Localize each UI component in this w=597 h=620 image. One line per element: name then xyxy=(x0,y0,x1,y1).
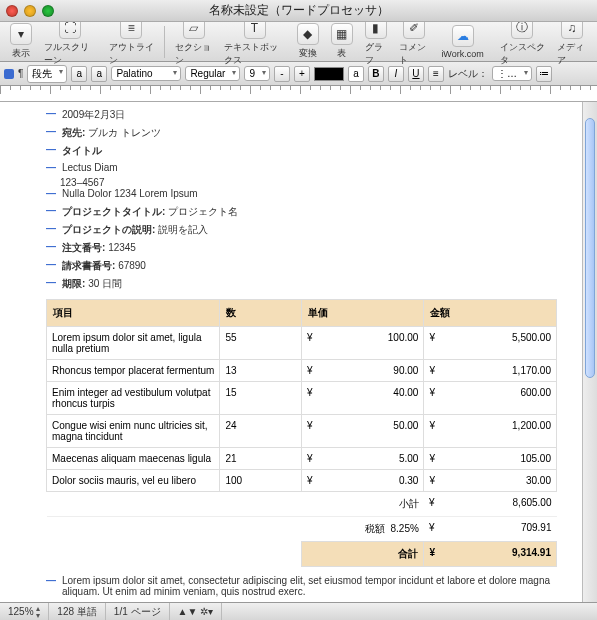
weight-select[interactable]: Regular xyxy=(185,66,240,81)
charts-button[interactable]: ▮グラフ xyxy=(361,17,392,67)
hdr-qty: 数 xyxy=(220,300,302,327)
text-color[interactable] xyxy=(314,67,344,81)
size-select[interactable]: 9 xyxy=(244,66,270,81)
sections-button[interactable]: ▱セクション xyxy=(171,17,217,67)
spacing-select[interactable]: ⋮… xyxy=(492,66,532,81)
a-big[interactable]: a xyxy=(91,66,107,82)
table-row[interactable]: Rhoncus tempor placerat fermentum13¥90.0… xyxy=(47,360,557,382)
font-select[interactable]: Palatino xyxy=(111,66,181,81)
comment-button[interactable]: ✐コメント xyxy=(395,17,433,67)
view-button[interactable]: ▾表示 xyxy=(6,23,36,60)
list-button[interactable]: ≔ xyxy=(536,66,552,82)
status-bar: 125% ▴▾ 128 単語 1/1 ページ ▲▼ ✲▾ xyxy=(0,602,597,620)
invoice-table[interactable]: 項目 数 単価 金額 Lorem ipsum dolor sit amet, l… xyxy=(46,299,557,567)
date: 2009年2月3日 xyxy=(62,108,125,122)
table-row[interactable]: Dolor sociis mauris, vel eu libero100¥0.… xyxy=(47,470,557,492)
shapes-icon: ◆ xyxy=(297,23,319,45)
scroll-thumb[interactable] xyxy=(585,118,595,378)
doc-title: タイトル xyxy=(62,144,102,158)
toolbar: ▾表示 ⛶フルスクリーン ≡アウトライン ▱セクション Tテキストボックス ◆変… xyxy=(0,22,597,62)
hdr-amount: 金額 xyxy=(424,300,557,327)
recipient: ブルカ トレンツ xyxy=(88,127,161,138)
addr-line: Lectus Diam xyxy=(62,162,118,173)
outline-button[interactable]: ≡アウトライン xyxy=(105,17,158,67)
view-icon: ▾ xyxy=(10,23,32,45)
table-icon: ▦ xyxy=(331,23,353,45)
paragraph-icon[interactable] xyxy=(4,69,14,79)
addr-line: 123–4567 xyxy=(60,177,557,188)
shapes-button[interactable]: ◆変換 xyxy=(293,23,323,60)
hdr-price: 単価 xyxy=(301,300,423,327)
media-button[interactable]: ♫メディア xyxy=(553,17,591,67)
footer-note: Lorem ipsum dolor sit amet, consectetur … xyxy=(62,575,557,597)
ruler[interactable] xyxy=(0,86,597,102)
a-small[interactable]: a xyxy=(71,66,87,82)
hdr-item: 項目 xyxy=(47,300,220,327)
align-left[interactable]: ≡ xyxy=(428,66,444,82)
highlight[interactable]: a xyxy=(348,66,364,82)
underline-button[interactable]: U xyxy=(408,66,424,82)
page-nav[interactable]: ▲▼ ✲▾ xyxy=(170,603,223,620)
table-row[interactable]: Enim integer ad vestibulum volutpat rhon… xyxy=(47,382,557,415)
textbox-button[interactable]: Tテキストボックス xyxy=(220,17,288,67)
page-count: 1/1 ページ xyxy=(106,603,170,620)
fullscreen-button[interactable]: ⛶フルスクリーン xyxy=(40,17,101,67)
addr-line: Nulla Dolor 1234 Lorem Ipsum xyxy=(62,188,198,199)
table-row[interactable]: Lorem ipsum dolor sit amet, ligula nulla… xyxy=(47,327,557,360)
iwork-button[interactable]: ☁iWork.com xyxy=(437,25,487,59)
style-select[interactable]: 段先 xyxy=(27,65,67,83)
scrollbar-vertical[interactable] xyxy=(582,102,597,602)
word-count: 128 単語 xyxy=(49,603,105,620)
page-area[interactable]: —2009年2月3日 —宛先: ブルカ トレンツ —タイトル —Lectus D… xyxy=(0,102,597,602)
size-up[interactable]: + xyxy=(294,66,310,82)
table-row[interactable]: Congue wisi enim nunc ultricies sit, mag… xyxy=(47,415,557,448)
inspector-button[interactable]: ⓘインスペクタ xyxy=(496,17,549,67)
table-button[interactable]: ▦表 xyxy=(327,23,357,60)
bold-button[interactable]: B xyxy=(368,66,384,82)
level-label: レベル： xyxy=(448,67,488,81)
iwork-icon: ☁ xyxy=(452,25,474,47)
zoom-level[interactable]: 125% ▴▾ xyxy=(0,603,49,620)
italic-button[interactable]: I xyxy=(388,66,404,82)
titlebar: 名称未設定（ワードプロセッサ） xyxy=(0,0,597,22)
table-row[interactable]: Maecenas aliquam maecenas ligula21¥5.00¥… xyxy=(47,448,557,470)
window-title: 名称未設定（ワードプロセッサ） xyxy=(0,2,597,19)
size-down[interactable]: - xyxy=(274,66,290,82)
